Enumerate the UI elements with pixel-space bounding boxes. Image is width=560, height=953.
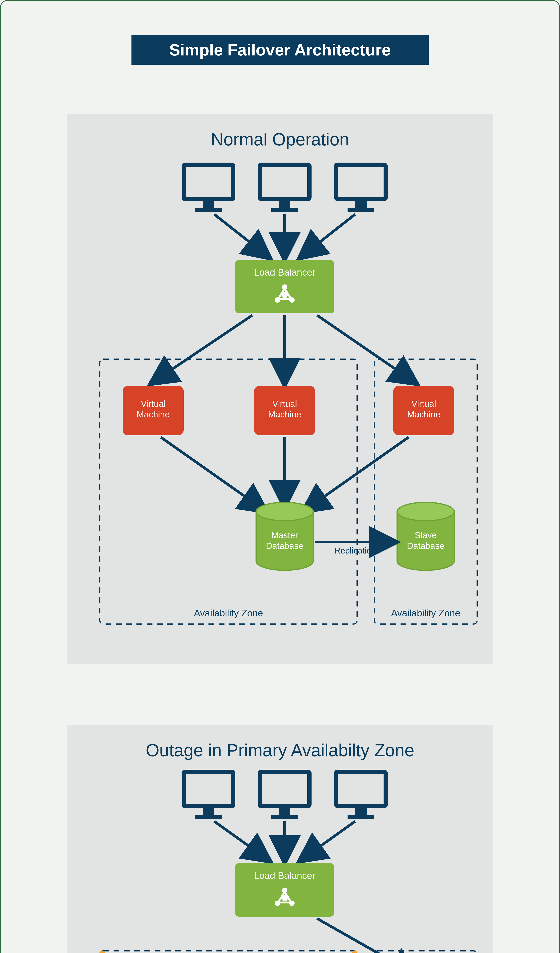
svg-rect-0 [184, 165, 233, 199]
replication-label: Replication [334, 546, 376, 555]
svg-rect-39 [336, 772, 386, 806]
availability-zone-left-failed [100, 951, 357, 953]
svg-text:Virtual: Virtual [411, 399, 436, 409]
page-title: Simple Failover Architecture [132, 35, 429, 65]
load-balancer-label: Load Balancer [254, 870, 315, 881]
monitor-icon [184, 772, 233, 819]
load-balancer: Load Balancer [235, 260, 334, 314]
availability-zone-right [374, 951, 477, 953]
master-database: Master Database [256, 503, 313, 570]
arrow [214, 214, 267, 256]
monitor-icon [336, 772, 386, 819]
svg-rect-1 [203, 201, 214, 208]
svg-rect-7 [355, 201, 367, 208]
page-frame: Simple Failover Architecture Normal Oper… [0, 0, 560, 953]
arrow [317, 919, 414, 953]
svg-rect-40 [355, 808, 367, 815]
arrow [317, 315, 414, 382]
svg-rect-35 [195, 815, 222, 819]
az-label-left: Availability Zone [194, 608, 263, 618]
arrow [153, 315, 252, 382]
diagram-outage: Load Balancer Virtual Machine [85, 768, 485, 953]
svg-text:Master: Master [271, 530, 298, 540]
svg-text:Database: Database [266, 541, 304, 551]
panel-title-normal: Normal Operation [85, 129, 475, 149]
monitor-icon [260, 772, 309, 819]
svg-text:Virtual: Virtual [272, 399, 297, 409]
arrow [302, 214, 355, 256]
svg-rect-37 [279, 808, 290, 815]
svg-rect-8 [347, 208, 374, 212]
panel-outage: Outage in Primary Availabilty Zone [67, 725, 493, 953]
svg-rect-3 [260, 165, 309, 199]
virtual-machine: Virtual Machine [123, 386, 184, 435]
panel-title-outage: Outage in Primary Availabilty Zone [85, 740, 475, 760]
svg-rect-5 [271, 208, 298, 212]
svg-text:Database: Database [407, 541, 445, 551]
svg-point-13 [282, 292, 288, 298]
virtual-machine: Virtual Machine [393, 386, 454, 435]
svg-text:Machine: Machine [407, 410, 441, 419]
monitor-icon [336, 165, 386, 212]
svg-text:Machine: Machine [137, 410, 170, 419]
svg-rect-36 [260, 772, 309, 806]
svg-rect-38 [271, 815, 298, 819]
slave-database: Slave Database [397, 503, 454, 570]
arrow [161, 437, 264, 510]
svg-text:Machine: Machine [268, 410, 301, 419]
monitor-icon [260, 165, 309, 212]
arrow [214, 821, 267, 860]
svg-point-30 [397, 503, 454, 521]
svg-rect-2 [195, 208, 222, 212]
svg-text:Virtual: Virtual [141, 399, 166, 409]
arrow [302, 821, 355, 860]
load-balancer-label: Load Balancer [254, 267, 315, 278]
svg-point-25 [256, 503, 313, 521]
virtual-machine: Virtual Machine [254, 386, 315, 435]
svg-rect-6 [336, 165, 386, 199]
svg-text:Slave: Slave [415, 530, 436, 540]
svg-rect-41 [347, 815, 374, 819]
panel-normal-operation: Normal Operation [67, 114, 493, 664]
svg-point-46 [282, 895, 288, 901]
load-balancer: Load Balancer [235, 863, 334, 917]
az-label-right: Availability Zone [391, 608, 460, 618]
svg-rect-34 [203, 808, 214, 815]
svg-rect-4 [279, 201, 290, 208]
svg-rect-33 [184, 772, 233, 806]
diagram-normal: Load Balancer Virtual Machine [85, 157, 485, 645]
monitor-icon [184, 165, 233, 212]
